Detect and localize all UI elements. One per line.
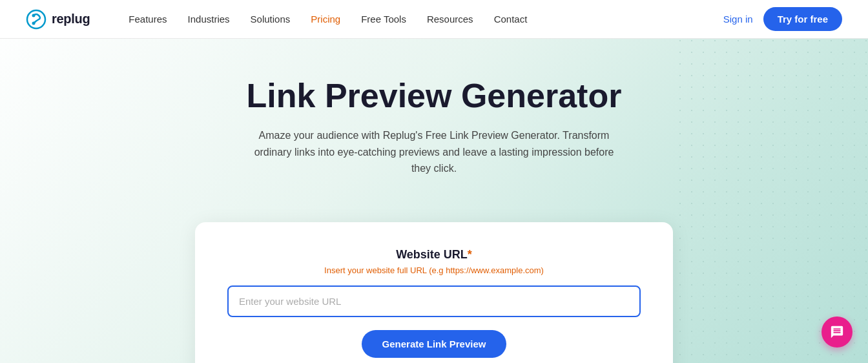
required-marker: * (468, 248, 472, 261)
generate-button[interactable]: Generate Link Preview (362, 330, 507, 358)
form-hint: Insert your website full URL (e.g https:… (227, 265, 641, 275)
nav-features[interactable]: Features (129, 14, 167, 25)
nav-industries[interactable]: Industries (188, 14, 230, 25)
form-label: Website URL* (227, 248, 641, 262)
nav-free-tools[interactable]: Free Tools (361, 14, 406, 25)
logo[interactable]: replug (26, 9, 90, 30)
chat-icon (830, 325, 844, 339)
svg-point-1 (32, 14, 36, 17)
chat-support-button[interactable] (822, 316, 852, 347)
url-form-card: Website URL* Insert your website full UR… (195, 222, 673, 363)
try-free-button[interactable]: Try for free (763, 7, 842, 31)
hero-subtitle: Amaze your audience with Replug's Free L… (253, 127, 615, 177)
logo-text: replug (52, 12, 90, 26)
nav-pricing[interactable]: Pricing (311, 14, 340, 25)
nav-resources[interactable]: Resources (427, 14, 473, 25)
svg-point-0 (27, 10, 45, 28)
nav-solutions[interactable]: Solutions (251, 14, 291, 25)
page-wrapper: replug Features Industries Solutions Pri… (0, 0, 868, 363)
logo-icon (26, 9, 46, 30)
nav-actions: Sign in Try for free (723, 7, 842, 31)
nav-links: Features Industries Solutions Pricing Fr… (129, 14, 723, 25)
hero-section: Link Preview Generator Amaze your audien… (0, 39, 868, 222)
nav-contact[interactable]: Contact (494, 14, 528, 25)
svg-point-2 (32, 21, 36, 25)
hero-title: Link Preview Generator (13, 78, 855, 114)
sign-in-button[interactable]: Sign in (723, 14, 753, 25)
navbar: replug Features Industries Solutions Pri… (0, 0, 868, 39)
url-input[interactable] (227, 285, 641, 317)
